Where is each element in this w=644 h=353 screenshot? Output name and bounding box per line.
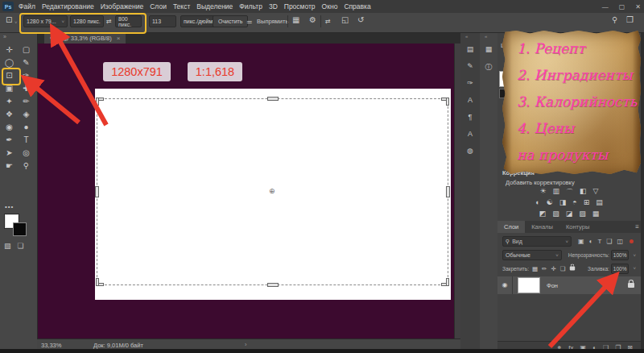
layer-visibility-eye-icon[interactable]: ◉ — [497, 276, 513, 294]
crop-handle-left[interactable] — [95, 186, 99, 197]
gradient-map-icon[interactable]: ▦ — [592, 210, 600, 218]
panel-scrollbar[interactable] — [641, 32, 644, 353]
crop-settings-gear-icon[interactable]: ⚙ — [309, 15, 316, 24]
menu-item[interactable]: Текст — [173, 2, 190, 10]
brush-settings-panel-icon[interactable]: ✎ — [467, 62, 473, 70]
menu-item[interactable]: 3D — [269, 2, 278, 10]
edit-toolbar-icon[interactable]: ••• — [5, 203, 14, 210]
tab-layers[interactable]: Слои — [497, 221, 525, 233]
filter-type-layers-icon[interactable]: T — [597, 238, 601, 245]
clone-stamp-tool-icon[interactable]: ✦ — [6, 95, 12, 108]
filter-adjustment-layers-icon[interactable]: ◐ — [589, 238, 593, 245]
expand-dock-icon[interactable]: « — [465, 34, 468, 39]
blend-mode-dropdown[interactable]: Обычные ˅ — [502, 250, 562, 260]
posterize-icon[interactable]: ▧ — [552, 210, 559, 218]
dodge-tool-icon[interactable]: ● — [23, 121, 28, 134]
histogram-panel-icon[interactable]: ▦ — [485, 45, 493, 53]
filter-smart-objects-icon[interactable]: ◫ — [617, 238, 623, 245]
quick-selection-tool-icon[interactable]: ✎ — [23, 56, 29, 69]
brightness-contrast-icon[interactable]: ☀ — [539, 187, 546, 197]
hue-saturation-icon[interactable]: ◐ — [535, 198, 539, 206]
shape-tool-icon[interactable]: ◎ — [23, 147, 30, 160]
tab-channels[interactable]: Каналы — [525, 221, 559, 233]
crop-overlay-grid-icon[interactable]: ▦ — [292, 15, 299, 24]
status-options-chevron-icon[interactable]: › — [245, 341, 247, 348]
close-button[interactable]: ✕ — [635, 3, 641, 10]
vibrance-icon[interactable]: ▽ — [593, 187, 599, 197]
path-selection-tool-icon[interactable]: ➤ — [6, 147, 12, 160]
glyphs-panel-icon[interactable]: А — [468, 130, 473, 138]
type-tool-icon[interactable]: T — [23, 134, 28, 147]
filter-shape-layers-icon[interactable]: ❏ — [606, 238, 612, 245]
channel-mixer-icon[interactable]: ⊞ — [584, 198, 590, 206]
maximize-button[interactable]: ▢ — [619, 3, 625, 10]
collapse-toolbar-icon[interactable]: » — [3, 34, 6, 39]
marquee-tool-icon[interactable]: ▢ — [23, 44, 30, 56]
rotate-crop-box-icon[interactable]: ⇄ — [325, 18, 331, 25]
menu-item[interactable]: Просмотр — [284, 2, 316, 10]
filter-pixel-layers-icon[interactable]: ▣ — [578, 238, 584, 245]
canvas-vertical-scrollbar[interactable] — [454, 44, 460, 338]
menu-item[interactable]: Слои — [150, 2, 167, 10]
crop-handle-top-left[interactable] — [96, 98, 103, 105]
filter-toggle-icon[interactable] — [630, 239, 634, 243]
chevron-down-icon[interactable]: ˅ — [630, 266, 636, 271]
tab-paths[interactable]: Контуры — [559, 221, 596, 233]
color-balance-icon[interactable]: ☯ — [547, 198, 553, 206]
crop-handle-top-right[interactable] — [442, 98, 449, 105]
menu-item[interactable]: Изображение — [101, 2, 144, 10]
quick-mask-icon[interactable]: ▧ — [4, 242, 11, 250]
tool-preset-chevron-icon[interactable]: ˅ — [14, 20, 18, 25]
menu-item[interactable]: Файл — [19, 2, 35, 10]
hand-tool-icon[interactable]: ☛ — [6, 160, 13, 172]
workspace-switcher-icon[interactable]: ❐ — [626, 15, 634, 24]
invert-icon[interactable]: ◩ — [539, 210, 547, 218]
delete-cropped-pixels-icon[interactable]: ◱ — [341, 15, 349, 24]
opacity-value[interactable]: 100% — [611, 250, 630, 260]
layer-thumbnail[interactable] — [518, 277, 540, 293]
exposure-icon[interactable]: ◧ — [580, 187, 587, 197]
minimize-button[interactable]: — — [602, 3, 609, 10]
layer-name[interactable]: Фон — [547, 282, 558, 289]
levels-icon[interactable]: ▥ — [553, 187, 560, 197]
layer-row-background[interactable]: ◉ Фон — [497, 276, 641, 294]
chevron-down-icon[interactable]: ˅ — [630, 253, 636, 258]
menu-item[interactable]: Выделение — [196, 2, 233, 10]
background-color-swatch[interactable] — [13, 222, 27, 236]
selective-color-icon[interactable]: ▨ — [579, 210, 586, 218]
brushes-panel-icon[interactable]: ✑ — [467, 79, 473, 87]
photo-filter-icon[interactable]: ◓ — [572, 198, 576, 206]
clear-button[interactable]: Очистить — [213, 15, 248, 27]
menu-item[interactable]: Окно — [322, 2, 338, 10]
crop-handle-bottom-right[interactable] — [442, 279, 449, 286]
lock-artboard-icon[interactable]: ❏ — [560, 265, 566, 272]
crop-handle-bottom-left[interactable] — [96, 279, 103, 286]
black-white-icon[interactable]: ◨ — [559, 198, 567, 206]
move-tool-icon[interactable]: ✛ — [6, 44, 12, 56]
libraries-panel-icon[interactable]: ◍ — [467, 147, 473, 155]
screen-mode-icon[interactable]: ❏ — [18, 242, 24, 250]
document-tab[interactable]: Фон @ 33,3% (RGB/8) × — [44, 32, 126, 44]
character-panel-icon[interactable]: A — [468, 96, 473, 104]
crop-handle-top[interactable] — [267, 97, 279, 101]
lock-transparency-icon[interactable]: ▦ — [532, 265, 538, 272]
layer-filter-dropdown[interactable]: ⚲ Вид ˅ — [502, 236, 572, 247]
lock-position-icon[interactable]: ✛ — [551, 265, 555, 272]
threshold-icon[interactable]: ◪ — [566, 210, 573, 218]
info-panel-icon[interactable]: ⓘ — [485, 62, 493, 73]
curves-icon[interactable]: ⌒ — [566, 187, 573, 197]
crop-handle-bottom[interactable] — [267, 283, 279, 287]
canvas-area[interactable]: ⊕ 1280x791 1:1,618 — [37, 44, 460, 338]
crop-tool-options-icon[interactable]: ⊡ — [6, 15, 12, 24]
resolution-field[interactable]: 113 — [149, 15, 176, 27]
reset-crop-icon[interactable]: ↺ — [357, 15, 364, 24]
lock-pixels-icon[interactable]: ✏ — [542, 265, 547, 272]
pen-tool-icon[interactable]: ✒ — [6, 134, 12, 147]
close-tab-icon[interactable]: × — [117, 35, 121, 42]
healing-brush-tool-icon[interactable]: ✚ — [23, 82, 29, 95]
zoom-percentage[interactable]: 33,33% — [41, 342, 61, 349]
swatches-panel-icon[interactable]: ▤ — [467, 45, 474, 53]
expand-dock-icon[interactable]: « — [485, 34, 487, 39]
menu-item[interactable]: Редактирование — [42, 2, 94, 10]
eyedropper-tool-icon[interactable]: ✑ — [23, 69, 29, 82]
